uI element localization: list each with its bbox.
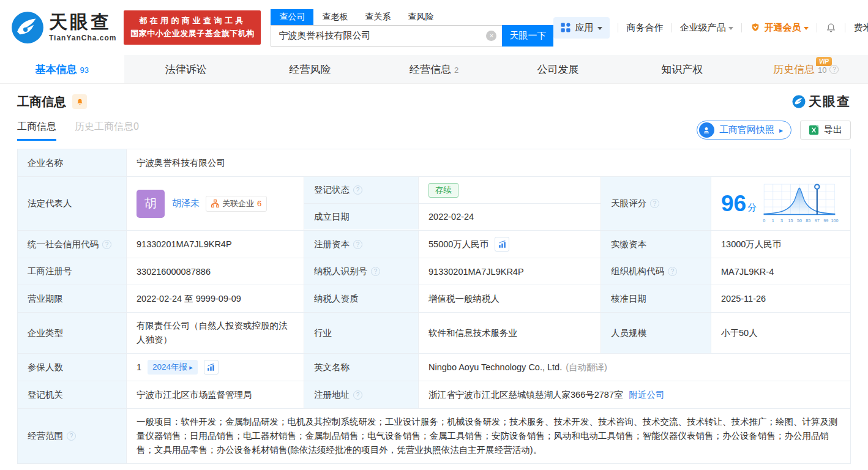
arrow-right-icon: ▸ (779, 126, 783, 135)
auto-translate-note: (自动翻译) (566, 362, 607, 373)
tab-operation-risk[interactable]: 经营风险 (248, 55, 372, 83)
field-label: 统一社会信用代码 ? (18, 231, 126, 258)
brand-slogan-banner: 都在用的商业查询工具 国家中小企业发展子基金旗下机构 (124, 10, 261, 45)
tab-company-development[interactable]: 公司发展 (496, 55, 620, 83)
tianyancha-logo[interactable]: 天眼查 TianYanCha.com (11, 11, 116, 44)
username: 费米 (853, 22, 868, 34)
chevron-down-icon (728, 27, 733, 30)
reg-status-cell: 存续 (418, 177, 600, 203)
subtab-history-business-info[interactable]: 历史工商信息0 (75, 121, 139, 139)
excel-icon (809, 125, 819, 135)
reg-capital-cell: 55000万人民币 (418, 231, 600, 258)
field-label: 行业 (304, 313, 418, 353)
apps-menu-button[interactable]: 应用 (553, 17, 610, 39)
tab-legal-proceedings[interactable]: 法律诉讼 (124, 55, 249, 83)
search-tab-company[interactable]: 查公司 (271, 9, 313, 25)
company-name-value: 宁波奥誉科技有限公司 (126, 149, 850, 176)
search-tabs: 查公司 查老板 查关系 查风险 (271, 9, 553, 25)
field-label: 纳税人识别号 ? (304, 258, 418, 285)
svg-text:15: 15 (788, 217, 793, 223)
svg-text:85: 85 (806, 217, 811, 223)
status-badge: 存续 (428, 183, 458, 198)
legal-rep-name-link[interactable]: 胡泽未 (172, 198, 200, 209)
official-snapshot-button[interactable]: 工商官网快照 ▸ (697, 121, 791, 140)
insured-trend-icon[interactable] (204, 360, 219, 375)
tianyancha-logo-icon (11, 11, 44, 44)
legal-rep-avatar[interactable]: 胡 (137, 190, 165, 218)
export-button[interactable]: 导出 (800, 121, 851, 140)
insured-count-cell: 1 2024年报 ▸ (126, 354, 304, 381)
score-value: 96 (721, 192, 746, 215)
svg-text:50: 50 (797, 217, 802, 223)
search-tab-relation[interactable]: 查关系 (356, 9, 399, 25)
nav-biz-cooperation[interactable]: 商务合作 (626, 22, 663, 34)
org-chart-icon (211, 200, 219, 207)
nav-enterprise-product[interactable]: 企业级产品 (679, 22, 733, 34)
annual-report-tag[interactable]: 2024年报 ▸ (148, 360, 198, 375)
field-label: 组织机构代码 ? (600, 258, 711, 285)
slogan-line-1: 都在用的商业查询工具 (127, 15, 257, 28)
svg-text:0: 0 (763, 217, 765, 223)
svg-text:97: 97 (815, 217, 820, 223)
related-companies-badge[interactable]: 关联企业 6 (206, 196, 267, 212)
field-label: 注册地址 ? (304, 381, 418, 408)
tab-operation-info[interactable]: 经营信息 2 (372, 55, 496, 83)
slogan-line-2: 国家中小企业发展子基金旗下机构 (127, 28, 257, 40)
top-nav: 应用 商务合作 企业级产品 开通会员 (553, 17, 868, 39)
tianyancha-logo-icon (792, 95, 806, 108)
staff-size-value: 小于50人 (711, 313, 850, 353)
apps-grid-icon (561, 23, 571, 32)
logo-title: 天眼查 (49, 13, 116, 31)
capital-trend-icon[interactable] (495, 237, 509, 252)
nav-open-vip[interactable]: 开通会员 (750, 22, 809, 34)
table-row: 法定代表人 胡 胡泽未 关联企业 6 (18, 176, 850, 230)
help-icon[interactable]: ? (353, 240, 362, 249)
tianyancha-watermark: 天眼查 (792, 93, 851, 110)
search-button[interactable]: 天眼一下 (502, 25, 553, 47)
tab-intellectual-property[interactable]: 知识产权 (620, 55, 744, 83)
stamp-icon (699, 122, 714, 138)
business-info-table: 企业名称 宁波奥誉科技有限公司 法定代表人 胡 胡泽未 关联企业 6 (17, 149, 851, 464)
field-label: 核准日期 (600, 285, 711, 312)
score-cell: 96 分 (711, 177, 850, 230)
monitor-bell-button[interactable] (72, 94, 87, 109)
tab-history-info[interactable]: VIP 历史信息 10 ? (744, 55, 868, 83)
help-icon[interactable]: ? (650, 199, 659, 208)
search-tab-risk[interactable]: 查风险 (399, 9, 442, 25)
english-name-cell: Ningbo Aoyu Technology Co., Ltd. (自动翻译) (418, 354, 850, 381)
help-icon[interactable]: ? (353, 185, 362, 195)
score-marker-pin (815, 184, 819, 188)
field-label: 成立日期 (304, 204, 418, 229)
arrow-right-icon: ▸ (189, 364, 193, 371)
subtab-business-info[interactable]: 工商信息 (17, 121, 56, 141)
business-term-value: 2022-02-24 至 9999-09-09 (126, 285, 304, 312)
table-row: 经营范围 ? 一般项目：软件开发；金属制品研发；电机及其控制系统研发；工业设计服… (18, 408, 850, 463)
svg-text:100: 100 (831, 217, 839, 223)
top-header: 天眼查 TianYanCha.com 都在用的商业查询工具 国家中小企业发展子基… (0, 0, 868, 55)
notifications-button[interactable] (825, 22, 837, 34)
company-type-value: 有限责任公司（自然人投资或控股的法人独资） (126, 313, 304, 353)
taxpayer-id-value: 91330201MA7JL9KR4P (418, 258, 600, 285)
help-icon[interactable]: ? (67, 431, 76, 441)
search-tab-boss[interactable]: 查老板 (313, 9, 356, 25)
field-label: 参保人数 (18, 354, 126, 381)
help-icon[interactable]: ? (371, 267, 380, 276)
field-label: 登记状态 ? (304, 177, 418, 203)
reg-number-value: 330216000087886 (126, 258, 304, 285)
table-row: 登记机关 宁波市江北区市场监督管理局 注册地址 ? 浙江省宁波市江北区慈城镇慈湖… (18, 381, 850, 408)
field-label: 纳税人资质 (304, 285, 418, 312)
bell-icon (825, 22, 837, 34)
user-menu[interactable]: 费米 (853, 22, 868, 34)
svg-text:1: 1 (772, 217, 774, 223)
org-code-value: MA7JL9KR-4 (711, 258, 850, 285)
help-icon[interactable]: ? (829, 65, 839, 74)
chevron-down-icon (804, 27, 809, 30)
help-icon[interactable]: ? (668, 267, 677, 276)
clear-search-icon[interactable]: × (486, 31, 496, 41)
tab-basic-info[interactable]: 基本信息 93 (0, 55, 124, 83)
paid-capital-value: 13000万人民币 (711, 231, 850, 258)
nearby-companies-link[interactable]: 附近公司 (629, 389, 664, 401)
help-icon[interactable]: ? (102, 240, 111, 249)
help-icon[interactable]: ? (353, 390, 362, 400)
search-input[interactable] (271, 25, 502, 47)
